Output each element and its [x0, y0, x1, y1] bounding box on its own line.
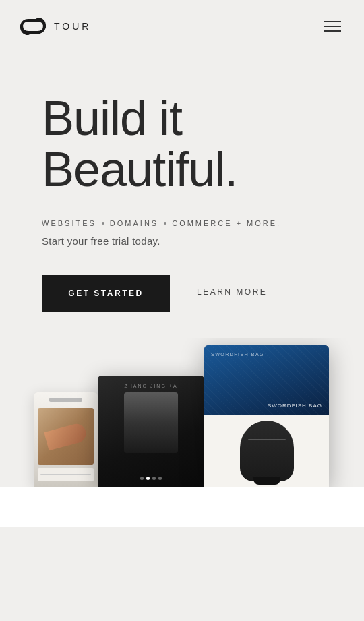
shoe-shape: [44, 422, 88, 451]
svg-rect-0: [20, 13, 46, 39]
menu-button[interactable]: [320, 17, 345, 36]
preview-section: ZHANG JING +A SWORDFISH BAG SWORDFISH B: [0, 338, 364, 487]
hamburger-line-top: [324, 21, 341, 22]
hero-title-line1: Build it: [42, 91, 182, 145]
mobile-card-bottom: [38, 468, 94, 481]
preview-cards: ZHANG JING +A SWORDFISH BAG SWORDFISH B: [34, 345, 329, 487]
preview-card-blue: SWORDFISH BAG SWORDFISH BAG: [204, 345, 329, 487]
blue-brand-label: SWORDFISH BAG: [211, 352, 264, 357]
learn-more-button[interactable]: LEARN MORE: [197, 287, 267, 299]
hamburger-line-middle: [324, 26, 341, 27]
dark-card-background: ZHANG JING +A: [98, 376, 204, 487]
blue-card-inner: SWORDFISH BAG SWORDFISH BAG: [204, 345, 329, 487]
logo-label: TOUR: [54, 21, 91, 32]
hero-title: Build it Beautiful.: [42, 93, 345, 195]
bottom-section: [0, 487, 364, 527]
backpack-strap: [253, 477, 280, 485]
subtitle-item-commerce: COMMERCE + MORE.: [172, 219, 281, 227]
blue-card-top: SWORDFISH BAG SWORDFISH BAG: [204, 345, 329, 415]
header: TOUR: [0, 0, 364, 53]
blue-product-title: SWORDFISH BAG: [268, 403, 322, 409]
dot-4: [158, 477, 162, 480]
hero-section: Build it Beautiful. WEBSITES DOMAINS COM…: [0, 53, 364, 338]
backpack-zipper: [248, 439, 286, 440]
mobile-shoe-image: [38, 408, 94, 465]
mobile-bottom-line: [40, 474, 91, 475]
subtitle-dot-2: [164, 222, 166, 225]
dot-3: [152, 477, 156, 480]
squarespace-logo-icon: [19, 12, 47, 40]
logo-area: TOUR: [19, 12, 91, 40]
hero-title-line2: Beautiful.: [42, 142, 237, 196]
blue-card-bottom: [204, 415, 329, 487]
hero-subtitle: WEBSITES DOMAINS COMMERCE + MORE.: [42, 219, 345, 227]
subtitle-item-websites: WEBSITES: [42, 219, 96, 227]
preview-card-mobile: [34, 392, 98, 487]
dark-card-brand-label: ZHANG JING +A: [124, 384, 177, 388]
preview-card-dark: ZHANG JING +A: [98, 376, 204, 487]
hero-description: Start your free trial today.: [42, 235, 345, 247]
get-started-button[interactable]: GET STARTED: [42, 275, 170, 312]
backpack-shape: [240, 421, 294, 481]
subtitle-item-domains: DOMAINS: [110, 219, 158, 227]
subtitle-dot-1: [102, 222, 104, 225]
cta-row: GET STARTED LEARN MORE: [42, 275, 345, 312]
dark-card-dots: [140, 477, 162, 480]
dot-2-active: [146, 477, 150, 480]
dark-card-figure: [124, 392, 178, 453]
dot-1: [140, 477, 144, 480]
hamburger-line-bottom: [324, 30, 341, 32]
dark-figure-person: [124, 392, 178, 453]
mobile-top-bar: [49, 398, 83, 402]
